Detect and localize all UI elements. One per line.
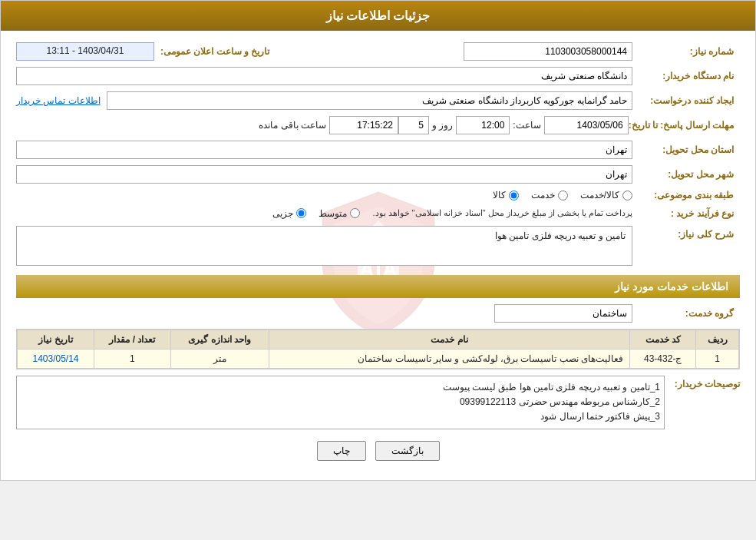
radio-kala-item[interactable]: کالا [493,190,519,200]
mohlat-rooz-input[interactable] [398,116,429,134]
services-table-container: ردیف کد خدمت نام خدمت واحد اندازه گیری ت… [16,329,740,369]
radio-motavasset-item[interactable]: متوسط [319,208,360,219]
nam-dastgah-row: نام دستگاه خریدار: [16,67,740,85]
ijad-konande-row: ایجاد کننده درخواست: اطلاعات تماس خریدار [16,91,740,110]
cell-name: فعالیت‌های نصب تاسیسات برق، لوله‌کشی و س… [269,350,629,369]
tabaqe-label: طبقه بندی موضوعی: [632,190,740,200]
mohlat-row: مهلت ارسال پاسخ: تا تاریخ: ساعت: روز و س… [16,116,740,134]
page-title: جزئیات اطلاعات نیاز [326,9,431,22]
table-header-row: ردیف کد خدمت نام خدمت واحد اندازه گیری ت… [18,330,739,350]
mohlat-remaining-label: ساعت باقی مانده [256,120,329,131]
gorooh-khedmat-row: گروه خدمت: [16,304,740,323]
tosif-section: توصیحات خریدار: 1_تامین و تعبیه دریچه فل… [16,376,740,429]
mohlat-remaining-input[interactable] [329,116,398,134]
mohlat-rooz-label: روز و [429,120,456,131]
tarikh-saat-value: 1403/04/31 - 13:11 [16,42,154,61]
cell-vahed: متر [170,350,269,369]
radio-motavasset[interactable] [350,208,360,218]
sharh-value: تامین و تعبیه دریچه فلزی تامین هوا [16,226,632,266]
nam-dastgah-label: نام دستگاه خریدار: [632,71,740,81]
ijad-konande-label: ایجاد کننده درخواست: [632,95,740,106]
nam-dastgah-input[interactable] [16,67,632,85]
services-table: ردیف کد خدمت نام خدمت واحد اندازه گیری ت… [17,330,739,369]
col-tedad: تعداد / مقدار [94,330,170,350]
radio-khedmat[interactable] [558,190,568,200]
shahr-row: شهر محل تحویل: [16,165,740,184]
tosif-label: توصیحات خریدار: [671,376,740,389]
radio-jozyi-item[interactable]: جزیی [272,208,306,219]
gorooh-khedmat-label: گروه خدمت: [632,308,740,319]
ostan-input[interactable] [16,141,632,159]
cell-tedad: 1 [94,350,170,369]
mohlat-saat-label: ساعت: [510,120,543,131]
tarikh-saat-label: تاریخ و ساعت اعلان عمومی: [154,46,276,57]
nooe-note: پرداخت تمام یا بخشی از مبلغ خریداز محل "… [372,207,632,220]
radio-kala-khedmat[interactable] [622,190,632,200]
print-button[interactable]: چاپ [317,441,366,461]
shomara-niaz-label: شماره نیاز: [632,46,740,57]
nooe-farayand-row: نوع فرآیند خرید : پرداخت تمام یا بخشی از… [16,207,740,220]
cell-tarikh: 1403/05/14 [18,350,94,369]
tabaqe-row: طبقه بندی موضوعی: کالا/خدمت خدمت کالا [16,190,740,200]
section-khadamat-label: اطلاعات خدمات مورد نیاز [615,280,728,293]
sharh-label: شرح کلی نیاز: [632,226,740,240]
ettelaat-link[interactable]: اطلاعات تماس خریدار [16,95,101,106]
radio-khedmat-label: خدمت [531,190,555,200]
gorooh-khedmat-input[interactable] [494,304,632,323]
shomara-niaz-input[interactable] [464,42,632,61]
farayand-radio-group: پرداخت تمام یا بخشی از مبلغ خریداز محل "… [272,207,632,220]
button-row: بازگشت چاپ [16,441,740,461]
col-vahed: واحد اندازه گیری [170,330,269,350]
section-khadamat: اطلاعات خدمات مورد نیاز [16,275,740,298]
radio-jozyi-label: جزیی [272,208,293,219]
shahr-input[interactable] [16,165,632,184]
tosif-text: 1_تامین و تعبیه دریچه فلزی تامین هوا طبق… [16,376,665,429]
radio-jozyi[interactable] [296,208,306,218]
ijad-konande-input[interactable] [107,91,632,110]
col-kod: کد خدمت [630,330,696,350]
cell-kod: ج-432-43 [630,350,696,369]
col-radif: ردیف [696,330,739,350]
back-button[interactable]: بازگشت [375,441,440,461]
radio-kala[interactable] [509,190,519,200]
ostan-row: استان محل تحویل: [16,141,740,159]
mohlat-label: مهلت ارسال پاسخ: تا تاریخ: [629,120,740,131]
col-name: نام خدمت [269,330,629,350]
mohlat-date-input[interactable] [544,116,629,134]
tabaqe-radio-group: کالا/خدمت خدمت کالا [493,190,632,200]
sharh-row: شرح کلی نیاز: تامین و تعبیه دریچه فلزی ت… [16,226,740,266]
radio-khedmat-item[interactable]: خدمت [531,190,568,200]
radio-motavasset-label: متوسط [319,208,347,219]
cell-radif: 1 [696,350,739,369]
table-row: 1 ج-432-43 فعالیت‌های نصب تاسیسات برق، ل… [18,350,739,369]
radio-kala-label: کالا [493,190,506,200]
shahr-label: شهر محل تحویل: [632,169,740,180]
mohlat-saat-input[interactable] [456,116,510,134]
radio-kala-khedmat-label: کالا/خدمت [580,190,619,200]
ostan-label: استان محل تحویل: [632,144,740,155]
col-tarikh: تاریخ نیاز [18,330,94,350]
page-header: جزئیات اطلاعات نیاز [1,1,755,31]
shomara-niaz-row: شماره نیاز: تاریخ و ساعت اعلان عمومی: 14… [16,42,740,61]
nooe-farayand-label: نوع فرآیند خرید : [632,208,740,219]
radio-kala-khedmat-item[interactable]: کالا/خدمت [580,190,632,200]
